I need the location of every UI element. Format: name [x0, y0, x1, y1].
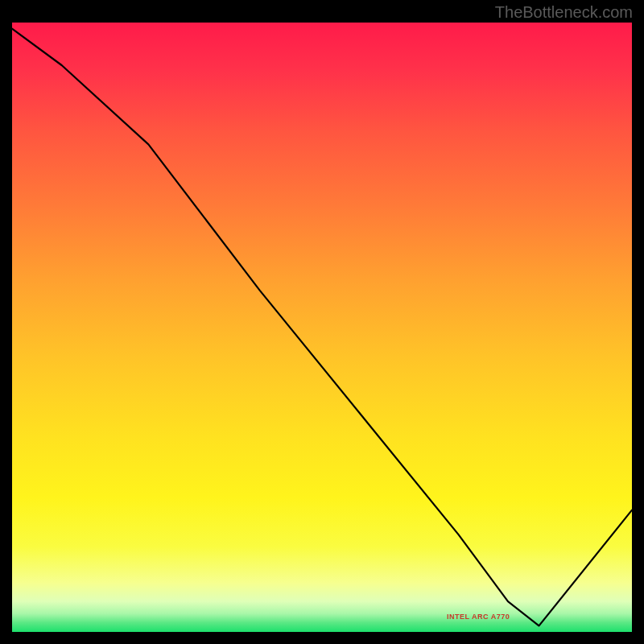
- floor-label: INTEL ARC A770: [447, 613, 510, 621]
- curve-svg: [12, 23, 632, 632]
- bottleneck-heat-chart: INTEL ARC A770: [12, 23, 632, 632]
- bottleneck-curve: [12, 29, 632, 626]
- watermark-text: TheBottleneck.com: [495, 3, 633, 22]
